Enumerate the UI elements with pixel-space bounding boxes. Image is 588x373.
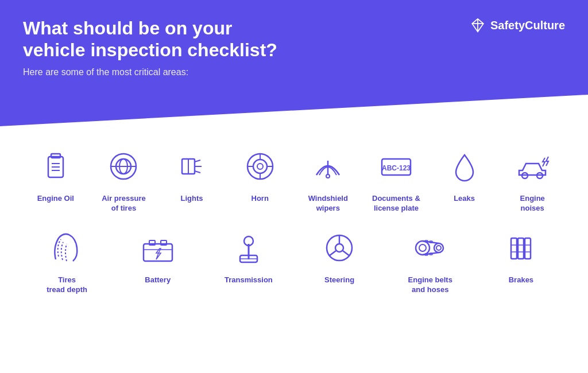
row1-grid: Engine Oil Air pressureof tires	[23, 143, 565, 213]
battery-icon	[135, 225, 181, 271]
svg-point-22	[326, 174, 330, 178]
documents-icon: ABC-123	[373, 143, 419, 189]
header-text: What should be on your vehicle inspectio…	[23, 17, 277, 77]
item-lights: Lights	[159, 143, 225, 213]
svg-text:ABC-123: ABC-123	[382, 164, 411, 172]
main-content: Engine Oil Air pressureof tires	[0, 126, 588, 306]
item-engine-belts: Engine beltsand hoses	[386, 225, 474, 295]
battery-label: Battery	[145, 275, 171, 285]
item-air-pressure: Air pressureof tires	[91, 143, 157, 213]
documents-label: Documents &license plate	[372, 194, 420, 213]
brakes-icon	[498, 225, 544, 271]
item-battery: Battery	[114, 225, 202, 295]
svg-point-40	[416, 241, 430, 255]
engine-noises-label: Enginenoises	[520, 194, 545, 213]
svg-point-16	[257, 164, 263, 169]
horn-label: Horn	[252, 194, 269, 204]
engine-belts-label: Engine beltsand hoses	[408, 275, 452, 295]
windshield-label: Windshieldwipers	[308, 194, 348, 213]
lights-icon	[169, 143, 215, 189]
steering-label: Steering	[324, 275, 354, 285]
windshield-icon	[305, 143, 351, 189]
item-tires-tread: Tirestread depth	[23, 225, 111, 295]
svg-point-42	[434, 243, 443, 252]
header: What should be on your vehicle inspectio…	[0, 0, 588, 126]
svg-point-36	[335, 244, 343, 252]
tires-tread-label: Tirestread depth	[47, 275, 87, 295]
engine-oil-label: Engine Oil	[37, 194, 74, 204]
row2-grid: Tirestread depth Battery	[23, 225, 565, 295]
svg-rect-50	[511, 238, 517, 259]
svg-point-41	[419, 244, 426, 251]
svg-point-15	[253, 160, 267, 173]
transmission-icon	[226, 225, 272, 271]
item-engine-oil: Engine Oil	[23, 143, 88, 213]
lights-label: Lights	[181, 194, 203, 204]
main-title: What should be on your vehicle inspectio…	[23, 17, 277, 61]
item-engine-noises: Enginenoises	[500, 143, 565, 213]
air-pressure-label: Air pressureof tires	[102, 194, 146, 213]
horn-icon	[237, 143, 283, 189]
svg-line-10	[195, 160, 200, 162]
transmission-label: Transmission	[225, 275, 273, 285]
leaks-icon	[442, 143, 488, 189]
item-brakes: Brakes	[477, 225, 565, 295]
engine-oil-icon	[33, 143, 79, 189]
item-documents: ABC-123 Documents &license plate	[363, 143, 429, 213]
item-steering: Steering	[296, 225, 384, 295]
svg-rect-52	[525, 238, 531, 259]
svg-rect-51	[518, 238, 524, 259]
item-horn: Horn	[227, 143, 293, 213]
svg-point-43	[436, 246, 441, 250]
item-leaks: Leaks	[432, 143, 497, 213]
item-transmission: Transmission	[204, 225, 292, 295]
leaks-label: Leaks	[454, 194, 475, 204]
subtitle: Here are some of the most critical areas…	[23, 67, 277, 77]
brakes-label: Brakes	[509, 275, 533, 285]
svg-line-38	[329, 251, 336, 256]
svg-rect-1	[51, 154, 60, 158]
engine-noises-icon	[509, 143, 555, 189]
logo: SafetyCulture	[470, 17, 565, 33]
logo-icon	[470, 17, 486, 33]
svg-line-39	[343, 251, 350, 256]
air-pressure-icon	[100, 143, 146, 189]
svg-rect-27	[144, 244, 172, 261]
tires-tread-icon	[44, 225, 90, 271]
item-windshield: Windshieldwipers	[296, 143, 361, 213]
logo-text: SafetyCulture	[490, 19, 565, 32]
engine-belts-icon	[407, 225, 453, 271]
svg-line-12	[195, 171, 200, 173]
steering-icon	[316, 225, 362, 271]
